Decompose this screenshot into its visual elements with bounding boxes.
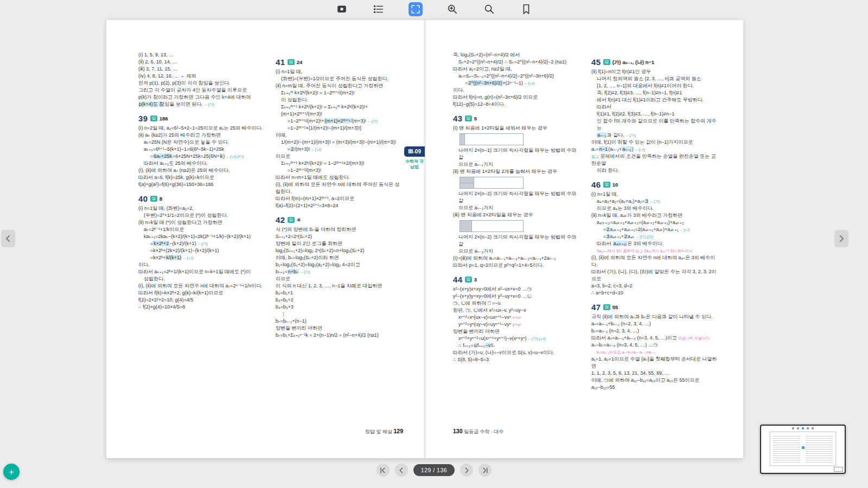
search-icon[interactable] <box>482 2 496 16</box>
zoom-in-icon[interactable] <box>445 2 459 16</box>
solution-line: (ⅱ) 맨 처음에 1×2타일 2개를 눕혀서 채우는 경우 <box>453 168 580 175</box>
solution-line: f(a)=f(2)=(2+1)×2²⁺¹=3×8=24 <box>276 202 403 209</box>
solution-line: 양변을 변끼리 더하면 <box>453 328 580 335</box>
solution-line: Σₖ₌₁ᵐ⁺¹ k×2ᵏ/(k+2)! = Σₖ₌₁ᵐ k×2ᵏ/(k+2)!+… <box>276 104 403 118</box>
solution-line: =k×2ᵏ+k/(k+1) ←(나) <box>138 254 266 261</box>
answer-value: 3 <box>474 276 477 283</box>
answer-badge: 답 <box>465 115 472 121</box>
solution-line: =k×2ᵏ+(2k+2)/(k+1)−(k+2)/(k+1) <box>138 247 266 254</box>
prev-page-button[interactable] <box>395 464 408 477</box>
minimap-marker <box>802 446 805 449</box>
answer-badge: 답 <box>603 304 610 310</box>
answer-badge: 답 <box>150 115 157 121</box>
solution-line: (ⅱ) n=k일 때, a₄ₖ가 3의 배수라고 가정하면 <box>591 212 719 219</box>
solution-line: 따라서 (가), (나), (다), (라)에 알맞은 수는 각각 3, 2, … <box>591 268 719 282</box>
solution-line: 한편, ㉠, ㉡에서 x²=ux−v, y²=uy−v <box>453 307 580 314</box>
solution-line: 참고 문제에서의 조건을 만족하는 순열을 완전순열 또는 교란순열 <box>591 153 719 167</box>
solution-line: (ⅱ) aₖ (k≥2)가 25의 배수라고 가정하면 <box>138 132 266 139</box>
solution-line: =2a₄ₖ₊₂+a₄ₖ₊₁=2(a₄ₖ₊₁+a₄ₖ)+a₄ₖ₊₁ ←(나) <box>591 226 719 233</box>
problem-number: 40 <box>138 195 148 202</box>
page-indicator: 129 / 136 <box>413 464 455 476</box>
solution-line: 3a₄ₖ₊₁에서 3이 곱해져 있고 2a₄ₖ에서 a₄ₖ가 3의 배수여서 <box>591 247 719 254</box>
solution-line: ⋮ <box>276 311 403 318</box>
solution-line: (ⅲ) 맨 처음에 2×2타일을 채우는 경우 <box>453 211 580 219</box>
bottom-pager: 129 / 136 <box>0 464 868 477</box>
problem-number: 43 <box>453 115 463 122</box>
solution-line: Σₖ₌₁ᵐ⁺¹ k×2ᵏ/(k+2)! = 1−2ᵐ⁺¹×2/(m+3)! <box>276 160 403 167</box>
solution-line: 따라서 a₁=2이고, n≥2일 때, <box>453 66 580 73</box>
solution-line: kaₖ₊₁=2kaₖ−(k+2)/(k+1)=2k(2ᵏ⁻¹+1/k)−(k+2… <box>138 233 266 240</box>
solution-line: (ⅱ) f(1)=n이고 f(n)≠1인 경우 <box>591 68 719 75</box>
solution-line: a=3, b=2, c=3, d=2 <box>591 282 719 290</box>
answer-badge: 답 <box>465 277 472 282</box>
minimap-dot <box>792 427 794 429</box>
first-page-button[interactable] <box>376 464 390 477</box>
left-page-column-2: 41답24(ⅰ) n=1일 때,(좌변)=(우변)=1/2이므로 주어진 등식은… <box>276 52 403 339</box>
solution-line: 따라서 a₄₍ₖ₊₁₎은 3의 배수이다. <box>591 240 719 247</box>
solution-line: a₄=a₃+a₂=(a₂+a₁)+a₂=3 ←(가) <box>591 198 719 205</box>
problem-number: 47 <box>591 304 601 311</box>
solution-line: (ⅰ) 1, 5, 9, 13, … <box>138 52 266 59</box>
solution-line: 따라서 a=6, f(k)=25k, g(k)=k이므로 <box>138 174 266 181</box>
right-page-column-2: 45답(가) aₙ₋₁, (나) n−1(ⅱ) f(1)=n이고 f(n)≠1인… <box>591 52 719 391</box>
solution-line: 으므로 aₙ₋₂가지 <box>453 204 580 211</box>
solution-line: 나머지 2×(n−1) 크기의 직사각형을 채우는 방법의 수와 같 <box>453 147 580 161</box>
solution-line: ∴ f(2)×g(4)=10×4/5=8 <box>138 304 266 311</box>
tile-diagram <box>459 133 524 145</box>
solution-line: 따라서 aₖ₊₁=2ᵏ+1/(k+1)이므로 n=k+1일 때에도 (*)이 <box>138 268 266 275</box>
solution-line: 이므로 a₄는 3의 배수이다. <box>591 205 719 212</box>
solution-line: (ⅱ) 2, 6, 10, 14, … <box>138 59 266 66</box>
solution-line: 따라서 aₖ₊₁도 25의 배수이다. <box>138 160 266 167</box>
answer-value: 10 <box>612 181 618 188</box>
solution-line: 이다. <box>138 261 266 268</box>
solution-line: 1/(m+2)!−(m+1)/(m+3)! = (m+3)/(m+3)!−(m+… <box>276 139 403 146</box>
book-spine <box>423 20 426 458</box>
problem-header: 46답10 <box>591 181 719 188</box>
solution-line: 이므로 <box>276 275 403 282</box>
solution-line: 이므로 <box>276 153 403 160</box>
solution-line: (우변)=2⁰+1/1=2이므로 (*)이 성립한다. <box>138 212 266 219</box>
next-page-edge-button[interactable] <box>834 230 848 247</box>
solution-line: aₖ₊₁=6ᵏ⁺¹−5(k+1)−1=6(6ᵏ−5k−1)+25k <box>138 146 266 153</box>
answer-value: ④ <box>297 216 301 223</box>
bookmark-icon[interactable] <box>519 2 533 16</box>
answer-badge: 답 <box>603 182 610 187</box>
minimap-preview[interactable] <box>760 425 846 474</box>
solution-line: (ⅰ), (ⅱ)에 의하여 모든 자연수 n에 대하여 주어진 등식은 성립한다… <box>276 181 403 195</box>
solution-line: aₙ₋₁과 같다. ←(가) <box>591 132 719 139</box>
problem-number: 46 <box>591 181 601 188</box>
solution-line: a₁=1, a₂=1이므로 수열 {aₙ}을 첫째항부터 순서대로 나열하면 <box>591 356 719 370</box>
toc-list-icon[interactable] <box>372 2 386 16</box>
solution-line: 따라서 p=1, q=2이므로 p²+q²=1+4=5이다. <box>453 262 580 269</box>
solution-line: (ⅰ)~(ⅲ)에 의하여 aₙ=aₙ₋₁+aₙ₋₂+aₙ₋₂=aₙ₋₁+2aₙ₋… <box>453 255 580 262</box>
solution-line: (ⅲ) 3, 7, 11, 15, … <box>138 66 266 73</box>
solution-line: aₙ−bₙ=aₙ₋₂ (n=3, 4, 5, …) …㉠ <box>591 342 719 349</box>
chapter-tab[interactable]: Ⅲ-09 수학적 귀납법 <box>404 146 425 170</box>
tile-diagram <box>459 220 524 232</box>
media-icon[interactable] <box>335 2 349 16</box>
solution-line: =2/(m+3)! ←(나) <box>276 146 403 153</box>
solution-line: 성립한다. <box>138 275 266 282</box>
solution-line: bₙ=aₙ₋₁ (n=2, 3, 4, …) <box>591 328 719 335</box>
fullscreen-icon[interactable] <box>409 2 423 16</box>
solution-line: 양변을 변끼리 더하면 <box>276 325 403 332</box>
prev-page-edge-button[interactable] <box>1 230 15 247</box>
solution-line: {1, 2, …, n−1}의 대응에서 f(n)≠1이어야 한다. <box>591 82 719 89</box>
right-page-number: 130 <box>453 428 463 434</box>
solution-line: f(1)≠1, f(2)≠2, f(3)≠3, …, f(n−1)≠n−1 <box>591 111 719 118</box>
solution-line: f(2)=2×2²+2=10, g(4)=4/5 <box>138 297 266 304</box>
answer-badge: 답 <box>288 217 295 222</box>
solution-line: f(12)−g(5)=12−8=4이다. <box>453 101 580 108</box>
solution-line: bₙ=aₙ₋₁이므로 aₙ−bₙ=aₙ−aₙ₋₁=aₙ₋₂ <box>591 349 719 356</box>
solution-line: x²−(x+y)x+xy=0에서 x²−ux+v=0 …㉠ <box>453 286 580 293</box>
page-right: 즉, log₂(Sₙ+2)=(n²−n+4)/2 에서Sₙ+2=2^{(n²−n… <box>425 20 743 458</box>
solution-line: 으므로 aₙ₋₁가지 <box>453 161 580 168</box>
problem-header: 41답24 <box>276 59 403 66</box>
next-page-button[interactable] <box>460 464 473 477</box>
add-button[interactable]: + <box>3 464 20 480</box>
solution-line: 인 함수 f의 개수와 같으므로 이를 만족하는 함수의 개수는 <box>591 118 719 132</box>
solution-line: xⁿ⁺²=xⁿ(ux−v)=uxⁿ⁺¹−vxⁿ xⁿ×x² <box>453 314 580 321</box>
solution-line: 이때, <box>276 132 403 139</box>
answer-value: 8 <box>159 195 162 202</box>
last-page-button[interactable] <box>478 464 492 477</box>
